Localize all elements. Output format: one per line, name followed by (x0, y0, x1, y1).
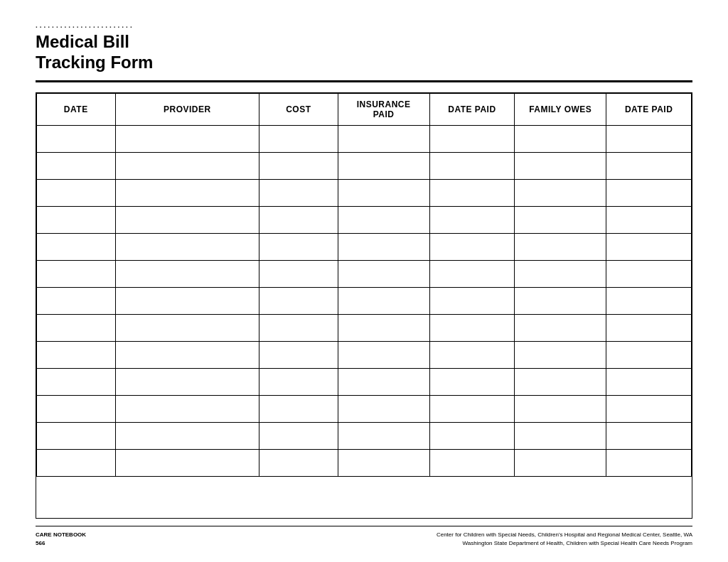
table-cell[interactable] (606, 152, 692, 179)
table-cell[interactable] (115, 125, 259, 152)
table-cell[interactable] (115, 422, 259, 449)
table-cell[interactable] (115, 179, 259, 206)
table-cell[interactable] (515, 368, 606, 395)
table-cell[interactable] (606, 422, 692, 449)
table-cell[interactable] (606, 206, 692, 233)
table-cell[interactable] (515, 125, 606, 152)
table-cell[interactable] (259, 314, 338, 341)
table-row[interactable] (37, 368, 692, 395)
table-cell[interactable] (37, 206, 116, 233)
table-cell[interactable] (115, 233, 259, 260)
table-cell[interactable] (429, 341, 515, 368)
table-cell[interactable] (115, 287, 259, 314)
table-cell[interactable] (338, 422, 429, 449)
table-cell[interactable] (515, 287, 606, 314)
table-cell[interactable] (606, 179, 692, 206)
table-cell[interactable] (338, 152, 429, 179)
table-cell[interactable] (515, 152, 606, 179)
table-cell[interactable] (115, 152, 259, 179)
table-cell[interactable] (259, 260, 338, 287)
table-cell[interactable] (37, 449, 116, 476)
table-cell[interactable] (338, 125, 429, 152)
table-cell[interactable] (259, 395, 338, 422)
table-cell[interactable] (115, 368, 259, 395)
table-cell[interactable] (115, 260, 259, 287)
table-cell[interactable] (429, 449, 515, 476)
table-cell[interactable] (259, 422, 338, 449)
table-cell[interactable] (37, 422, 116, 449)
table-cell[interactable] (115, 341, 259, 368)
table-cell[interactable] (429, 233, 515, 260)
table-cell[interactable] (515, 179, 606, 206)
table-cell[interactable] (606, 287, 692, 314)
table-cell[interactable] (37, 287, 116, 314)
table-row[interactable] (37, 233, 692, 260)
table-cell[interactable] (338, 449, 429, 476)
table-cell[interactable] (338, 395, 429, 422)
table-cell[interactable] (37, 125, 116, 152)
table-cell[interactable] (259, 206, 338, 233)
table-cell[interactable] (429, 314, 515, 341)
table-cell[interactable] (259, 179, 338, 206)
table-cell[interactable] (606, 395, 692, 422)
table-cell[interactable] (515, 341, 606, 368)
table-cell[interactable] (115, 395, 259, 422)
table-row[interactable] (37, 422, 692, 449)
table-cell[interactable] (606, 368, 692, 395)
table-cell[interactable] (515, 314, 606, 341)
table-cell[interactable] (37, 395, 116, 422)
table-cell[interactable] (429, 368, 515, 395)
table-cell[interactable] (338, 206, 429, 233)
table-cell[interactable] (515, 422, 606, 449)
table-row[interactable] (37, 152, 692, 179)
table-cell[interactable] (259, 287, 338, 314)
table-cell[interactable] (606, 341, 692, 368)
table-row[interactable] (37, 125, 692, 152)
table-cell[interactable] (606, 233, 692, 260)
table-cell[interactable] (429, 422, 515, 449)
table-cell[interactable] (115, 206, 259, 233)
table-cell[interactable] (429, 152, 515, 179)
table-cell[interactable] (515, 395, 606, 422)
table-cell[interactable] (37, 368, 116, 395)
table-cell[interactable] (259, 125, 338, 152)
table-cell[interactable] (515, 233, 606, 260)
table-cell[interactable] (606, 260, 692, 287)
table-cell[interactable] (37, 314, 116, 341)
table-cell[interactable] (429, 179, 515, 206)
table-cell[interactable] (115, 449, 259, 476)
table-row[interactable] (37, 287, 692, 314)
table-cell[interactable] (338, 260, 429, 287)
table-cell[interactable] (338, 179, 429, 206)
table-row[interactable] (37, 395, 692, 422)
table-cell[interactable] (37, 341, 116, 368)
table-row[interactable] (37, 206, 692, 233)
table-row[interactable] (37, 260, 692, 287)
table-cell[interactable] (515, 449, 606, 476)
table-cell[interactable] (37, 233, 116, 260)
table-cell[interactable] (37, 260, 116, 287)
table-row[interactable] (37, 179, 692, 206)
table-cell[interactable] (259, 152, 338, 179)
table-cell[interactable] (37, 152, 116, 179)
table-cell[interactable] (429, 125, 515, 152)
table-cell[interactable] (606, 449, 692, 476)
table-cell[interactable] (429, 206, 515, 233)
table-cell[interactable] (515, 206, 606, 233)
table-row[interactable] (37, 449, 692, 476)
table-cell[interactable] (338, 368, 429, 395)
table-cell[interactable] (429, 395, 515, 422)
table-cell[interactable] (259, 368, 338, 395)
table-cell[interactable] (259, 449, 338, 476)
table-cell[interactable] (338, 341, 429, 368)
table-row[interactable] (37, 314, 692, 341)
table-cell[interactable] (338, 314, 429, 341)
table-row[interactable] (37, 341, 692, 368)
table-cell[interactable] (429, 287, 515, 314)
table-cell[interactable] (606, 314, 692, 341)
table-cell[interactable] (429, 260, 515, 287)
table-cell[interactable] (338, 287, 429, 314)
table-cell[interactable] (515, 260, 606, 287)
table-cell[interactable] (115, 314, 259, 341)
table-cell[interactable] (338, 233, 429, 260)
